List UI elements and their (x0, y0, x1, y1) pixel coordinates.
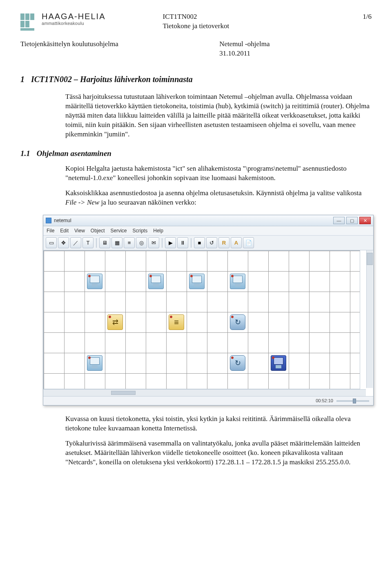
app-icon (46, 218, 51, 223)
device-pc-5[interactable] (87, 355, 102, 371)
title-bar[interactable]: netemul — ▢ ✕ (43, 215, 373, 226)
heading-1-1: 1.1 Ohjelman asentaminen (20, 148, 372, 159)
scrollbar-horizontal[interactable] (43, 389, 366, 396)
device-switch[interactable] (169, 314, 184, 330)
minimize-button[interactable]: — (333, 217, 345, 224)
maximize-button[interactable]: ▢ (346, 217, 358, 224)
tool-log[interactable]: 📄 (243, 237, 254, 248)
menu-service[interactable]: Service (111, 227, 127, 234)
device-pc-2[interactable] (148, 274, 164, 289)
section11-p1: Kopioi Helgalta jaetusta hakemistosta "i… (65, 164, 372, 183)
page-number: 1/6 (347, 12, 372, 22)
heading-1: 1 ICT1TN002 – Harjoitus lähiverkon toimi… (20, 74, 372, 85)
menu-view[interactable]: View (74, 227, 85, 234)
course-name: Tietokone ja tietoverkot (163, 22, 347, 31)
doc-date: 31.10.2011 (219, 49, 270, 58)
device-pc-internet[interactable] (271, 355, 286, 371)
window-title: netemul (54, 217, 71, 224)
close-button[interactable]: ✕ (359, 217, 371, 224)
logo-icon (20, 13, 38, 31)
zoom-slider[interactable] (336, 400, 369, 402)
tool-switch[interactable]: ≡ (124, 237, 135, 248)
tool-send[interactable]: ✉ (148, 237, 159, 248)
tool-router[interactable]: ◎ (136, 237, 147, 248)
status-bar: 00:52:10 (43, 396, 373, 405)
tool-move[interactable]: ✥ (58, 237, 69, 248)
h2-num: 1.1 (20, 148, 30, 159)
bottom-p1: Kuvassa on kuusi tietokonetta, yksi tois… (65, 414, 372, 433)
device-router-2[interactable] (230, 355, 245, 371)
bottom-p2: Työkalurivissä äärimmäisenä vasemmalla o… (65, 439, 372, 467)
status-time: 00:52:10 (316, 398, 333, 404)
menu-object[interactable]: Object (91, 227, 105, 234)
program-name: Tietojenkäsittelyn koulutusohjelma (20, 40, 118, 58)
toolbar: ▭ ✥ ／ T 🖥 ▦ ≡ ◎ ✉ ▶ ⏸ ■ ↺ R A 📄 (43, 236, 373, 250)
menu-file[interactable]: File (47, 227, 54, 234)
tool-cable[interactable]: ／ (70, 237, 81, 248)
tool-pc[interactable]: 🖥 (99, 237, 110, 248)
logo: HAAGA-HELIA ammattikorkeakoulu (20, 12, 105, 31)
scrollbar-vertical[interactable] (366, 250, 373, 388)
course-code: ICT1TN002 (163, 12, 347, 22)
section1-p1: Tässä harjoituksessa tutustutaan lähiver… (65, 92, 372, 139)
section11-p2: Kaksoisklikkaa asennustiedostoa ja asenn… (65, 189, 372, 207)
device-pc-4[interactable] (230, 274, 245, 289)
h1-title: ICT1TN002 – Harjoitus lähiverkon toiminn… (31, 74, 193, 85)
tool-play[interactable]: ▶ (165, 237, 176, 248)
tool-table-r[interactable]: R (218, 237, 229, 248)
doc-title: Netemul -ohjelma (219, 40, 270, 49)
device-router-1[interactable] (230, 314, 245, 330)
logo-main: HAAGA-HELIA (42, 12, 105, 20)
device-pc-1[interactable] (87, 274, 102, 289)
menu-scripts[interactable]: Scripts (133, 227, 148, 234)
logo-sub: ammattikorkeakoulu (42, 21, 105, 26)
tool-hub[interactable]: ▦ (111, 237, 122, 248)
h2-title: Ohjelman asentaminen (37, 148, 111, 159)
menu-edit[interactable]: Edit (60, 227, 69, 234)
netemul-window: netemul — ▢ ✕ File Edit View Object Serv… (43, 215, 374, 406)
device-pc-3[interactable] (189, 274, 205, 289)
h1-num: 1 (20, 74, 24, 85)
network-canvas[interactable] (43, 250, 360, 389)
tool-stop[interactable]: ■ (194, 237, 205, 248)
menu-help[interactable]: Help (153, 227, 163, 234)
device-hub[interactable] (107, 314, 123, 330)
tool-text[interactable]: T (82, 237, 94, 248)
menu-bar: File Edit View Object Service Scripts He… (43, 226, 373, 236)
tool-select[interactable]: ▭ (46, 237, 57, 248)
tool-table-a[interactable]: A (231, 237, 242, 248)
tool-pause[interactable]: ⏸ (177, 237, 188, 248)
tool-reset[interactable]: ↺ (206, 237, 217, 248)
